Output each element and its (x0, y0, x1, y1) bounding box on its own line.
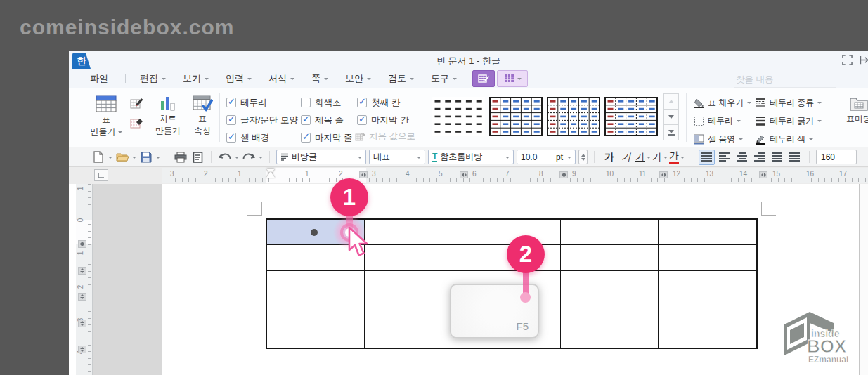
table-cell[interactable] (561, 322, 659, 348)
table-style-dot-v[interactable] (604, 97, 658, 136)
column-boundary-marker[interactable] (659, 171, 668, 178)
menu-item[interactable]: 보안 (337, 72, 380, 85)
menu-item[interactable]: 편집 (131, 72, 174, 85)
new-document-button[interactable] (91, 150, 105, 164)
line-spacing-input[interactable]: 160 (816, 150, 857, 164)
margin-marker[interactable] (266, 169, 276, 182)
char-underline-button[interactable]: 가 (635, 150, 652, 165)
table-cell[interactable] (659, 322, 756, 348)
테두리 종류-button[interactable]: 테두리 종류 (755, 96, 822, 110)
table-cell[interactable] (365, 271, 462, 296)
char-strike-button[interactable]: 가 (652, 150, 668, 165)
dock-icon[interactable] (858, 55, 868, 68)
redo-button[interactable] (242, 150, 256, 164)
table-cell[interactable] (267, 271, 365, 296)
column-boundary-marker[interactable] (460, 171, 468, 178)
row-boundary-marker[interactable] (78, 240, 86, 248)
테두리 색-button[interactable]: 테두리 색 (755, 132, 822, 146)
셀 음영-button[interactable]: 셀 음영 (693, 132, 751, 146)
checkbox-첫째 칸[interactable]: 첫째 칸 (357, 96, 408, 110)
table-cell[interactable] (561, 271, 659, 296)
chevron-down-icon[interactable] (108, 157, 112, 161)
row-boundary-marker[interactable] (78, 346, 86, 353)
checkbox-테두리[interactable]: 테두리 (226, 96, 298, 110)
font-size-dropdown[interactable]: 10.0 pt (517, 150, 576, 164)
align-left-button[interactable] (716, 150, 732, 165)
search-input[interactable] (734, 72, 836, 88)
checkbox-box[interactable] (301, 115, 311, 125)
checkbox-box[interactable] (226, 133, 236, 143)
table-cell[interactable] (659, 220, 756, 245)
table-style-solid[interactable] (489, 97, 543, 136)
column-boundary-marker[interactable] (559, 171, 568, 178)
row-boundary-marker[interactable] (78, 267, 86, 275)
table-cell[interactable] (267, 296, 365, 322)
table-style-dashed[interactable] (432, 97, 485, 136)
checkbox-box[interactable] (226, 98, 236, 107)
table-cell[interactable] (659, 296, 756, 322)
checkbox-마지막 줄[interactable]: 마지막 줄 (301, 131, 352, 145)
menu-item[interactable]: 쪽 (303, 72, 337, 85)
row-boundary-marker[interactable] (78, 320, 86, 327)
vertical-ruler[interactable]: 101234 (76, 184, 93, 375)
font-size-stepper[interactable] (578, 150, 588, 164)
align-split-button[interactable] (786, 150, 803, 165)
align-center-button[interactable] (734, 150, 750, 165)
menu-item[interactable]: 서식 (260, 72, 303, 85)
row-boundary-marker[interactable] (78, 293, 86, 301)
chevron-down-icon[interactable] (132, 157, 136, 161)
checkbox-box[interactable] (301, 133, 311, 143)
표 채우기-button[interactable]: 표 채우기 (693, 96, 751, 110)
open-document-button[interactable] (115, 150, 129, 164)
undo-button[interactable] (218, 150, 232, 164)
char-bold-button[interactable]: 가 (601, 150, 618, 165)
table-edit-tab-button[interactable] (472, 70, 495, 87)
checkbox-box[interactable] (301, 98, 311, 107)
table-create-button[interactable]: 표 만들기 (86, 94, 127, 137)
menu-item[interactable]: 도구 (422, 72, 465, 85)
테두리 굵기-button[interactable]: 테두리 굵기 (755, 114, 822, 128)
char-italic-button[interactable]: 가 (618, 150, 635, 165)
checkbox-회색조[interactable]: 회색조 (301, 96, 352, 110)
chevron-down-icon[interactable] (235, 157, 239, 161)
table-draw-button[interactable] (129, 96, 145, 112)
table-layout-tab-button[interactable] (497, 70, 528, 87)
table-cell[interactable] (365, 296, 462, 322)
table-cell[interactable] (365, 322, 462, 348)
table-properties-button[interactable]: 표 속성 (188, 94, 216, 136)
char-color-button[interactable]: 가 (668, 150, 685, 165)
table-style-dot-h[interactable] (547, 97, 600, 136)
column-boundary-marker[interactable] (359, 171, 368, 178)
style-dropdown[interactable]: 바탕글 (276, 150, 366, 164)
table-cell[interactable] (561, 296, 659, 322)
chart-create-button[interactable]: 차트 만들기 (152, 94, 184, 136)
table-cell[interactable] (561, 245, 659, 270)
chevron-down-icon[interactable] (259, 157, 263, 161)
menu-item[interactable]: 보기 (174, 72, 217, 85)
table-cell[interactable] (561, 220, 659, 245)
checkbox-box[interactable] (357, 115, 367, 125)
align-right-button[interactable] (751, 150, 767, 165)
checkbox-제목 줄[interactable]: 제목 줄 (301, 113, 352, 127)
table-market-button[interactable]: 표마당 (845, 96, 868, 124)
checkbox-box[interactable] (357, 98, 367, 107)
menu-item-file[interactable]: 파일 (82, 72, 119, 85)
menu-item[interactable]: 입력 (217, 72, 260, 85)
rep-style-dropdown[interactable]: 대표 (369, 150, 425, 164)
fullscreen-icon[interactable] (842, 55, 853, 68)
print-button[interactable] (174, 150, 188, 164)
checkbox-마지막 칸[interactable]: 마지막 칸 (357, 113, 408, 127)
font-dropdown[interactable]: T 함초롬바탕 (428, 150, 514, 164)
table-cell[interactable] (659, 271, 756, 296)
table-cell[interactable] (365, 220, 462, 245)
save-button[interactable] (139, 150, 153, 164)
checkbox-box[interactable] (226, 115, 236, 125)
preview-button[interactable] (190, 150, 205, 164)
chevron-down-icon[interactable] (156, 157, 160, 161)
table-cell[interactable] (365, 245, 462, 270)
tab-type-selector[interactable] (94, 169, 108, 181)
table-erase-button[interactable] (129, 115, 145, 132)
align-distribute-button[interactable] (769, 150, 785, 165)
gallery-more-button[interactable] (663, 124, 679, 140)
테두리-button[interactable]: 테두리 (693, 114, 751, 128)
